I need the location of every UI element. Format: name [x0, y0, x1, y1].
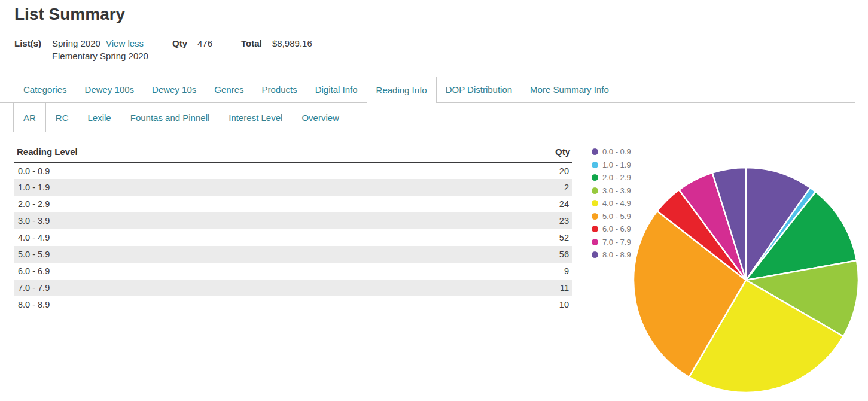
subtab-interest-level[interactable]: Interest Level [219, 103, 292, 132]
legend-label: 5.0 - 5.9 [602, 212, 631, 221]
column-header-reading-level: Reading Level [14, 143, 443, 162]
reading-level-pie-chart [631, 165, 861, 396]
qty-value: 476 [197, 38, 212, 48]
total-value: $8,989.16 [272, 38, 312, 48]
tab-genres[interactable]: Genres [205, 77, 252, 102]
qty-cell: 2 [443, 179, 572, 196]
legend-item: 7.0 - 7.9 [592, 236, 631, 249]
legend-swatch-icon [592, 162, 598, 168]
summary-tab-bar: CategoriesDewey 100sDewey 10sGenresProdu… [0, 77, 855, 103]
legend-label: 2.0 - 2.9 [602, 173, 631, 182]
qty-cell: 23 [443, 212, 572, 229]
total-label: Total [241, 38, 262, 48]
reading-level-table: Reading Level Qty 0.0 - 0.9201.0 - 1.922… [14, 143, 572, 313]
subtab-lexile[interactable]: Lexile [78, 103, 121, 132]
legend-swatch-icon [592, 213, 598, 220]
reading-level-cell: 1.0 - 1.9 [14, 179, 443, 196]
legend-swatch-icon [592, 251, 598, 258]
qty-label: Qty [172, 38, 187, 48]
page-title: List Summary [14, 5, 125, 24]
subtab-overview[interactable]: Overview [292, 103, 349, 132]
column-header-qty: Qty [443, 143, 572, 162]
legend-label: 6.0 - 6.9 [602, 224, 631, 233]
legend-item: 3.0 - 3.9 [592, 184, 631, 198]
reading-level-cell: 6.0 - 6.9 [14, 263, 443, 280]
pie-chart-legend: 0.0 - 0.91.0 - 1.92.0 - 2.93.0 - 3.94.0 … [592, 145, 631, 262]
reading-level-cell: 7.0 - 7.9 [14, 280, 443, 296]
table-row: 4.0 - 4.952 [14, 229, 572, 246]
legend-item: 2.0 - 2.9 [592, 171, 631, 184]
subtab-fountas-and-pinnell[interactable]: Fountas and Pinnell [121, 103, 220, 132]
qty-cell: 10 [443, 296, 572, 313]
legend-swatch-icon [592, 148, 598, 155]
list-name-primary: Spring 2020 [52, 38, 100, 48]
legend-item: 0.0 - 0.9 [592, 145, 631, 159]
reading-level-cell: 4.0 - 4.9 [14, 229, 443, 246]
table-row: 7.0 - 7.911 [14, 280, 572, 296]
lists-label: List(s) [14, 38, 41, 48]
table-row: 6.0 - 6.99 [14, 263, 572, 280]
tab-categories[interactable]: Categories [14, 77, 76, 102]
table-row: 2.0 - 2.924 [14, 196, 572, 212]
tab-more-summary-info[interactable]: More Summary Info [521, 77, 618, 102]
legend-item: 6.0 - 6.9 [592, 223, 631, 236]
tab-digital-info[interactable]: Digital Info [306, 77, 367, 102]
list-summary-page: List Summary List(s) Spring 2020 View le… [0, 0, 868, 401]
reading-level-cell: 2.0 - 2.9 [14, 196, 443, 212]
view-less-link[interactable]: View less [106, 38, 144, 48]
legend-item: 1.0 - 1.9 [592, 159, 631, 172]
subtab-ar[interactable]: AR [13, 103, 46, 132]
qty-cell: 11 [443, 280, 572, 296]
tab-dewey-10s[interactable]: Dewey 10s [143, 77, 205, 102]
legend-swatch-icon [592, 200, 598, 206]
tab-dewey-100s[interactable]: Dewey 100s [76, 77, 144, 102]
legend-swatch-icon [592, 174, 598, 181]
legend-label: 1.0 - 1.9 [602, 160, 631, 169]
legend-swatch-icon [592, 226, 598, 232]
reading-level-cell: 5.0 - 5.9 [14, 246, 443, 263]
legend-item: 5.0 - 5.9 [592, 210, 631, 223]
table-row: 1.0 - 1.92 [14, 179, 572, 196]
legend-label: 3.0 - 3.9 [602, 186, 631, 195]
tab-reading-info[interactable]: Reading Info [367, 77, 437, 103]
legend-label: 8.0 - 8.9 [602, 250, 631, 259]
qty-cell: 20 [443, 162, 572, 179]
reading-level-cell: 3.0 - 3.9 [14, 212, 443, 229]
subtab-rc[interactable]: RC [46, 103, 78, 132]
table-row: 0.0 - 0.920 [14, 162, 572, 179]
qty-cell: 9 [443, 263, 572, 280]
legend-label: 7.0 - 7.9 [602, 238, 631, 247]
reading-info-subtab-bar: ARRCLexileFountas and PinnellInterest Le… [0, 103, 855, 132]
tab-dop-distribution[interactable]: DOP Distribution [437, 77, 521, 102]
table-row: 3.0 - 3.923 [14, 212, 572, 229]
legend-swatch-icon [592, 187, 598, 194]
list-name-secondary: Elementary Spring 2020 [52, 51, 148, 61]
qty-cell: 52 [443, 229, 572, 246]
tab-products[interactable]: Products [253, 77, 306, 102]
legend-label: 0.0 - 0.9 [602, 147, 631, 156]
qty-cell: 24 [443, 196, 572, 212]
legend-swatch-icon [592, 239, 598, 245]
table-row: 5.0 - 5.956 [14, 246, 572, 263]
legend-item: 4.0 - 4.9 [592, 197, 631, 210]
table-row: 8.0 - 8.910 [14, 296, 572, 313]
legend-label: 4.0 - 4.9 [602, 199, 631, 208]
reading-level-cell: 0.0 - 0.9 [14, 162, 443, 179]
reading-level-cell: 8.0 - 8.9 [14, 296, 443, 313]
legend-item: 8.0 - 8.9 [592, 248, 631, 262]
qty-cell: 56 [443, 246, 572, 263]
